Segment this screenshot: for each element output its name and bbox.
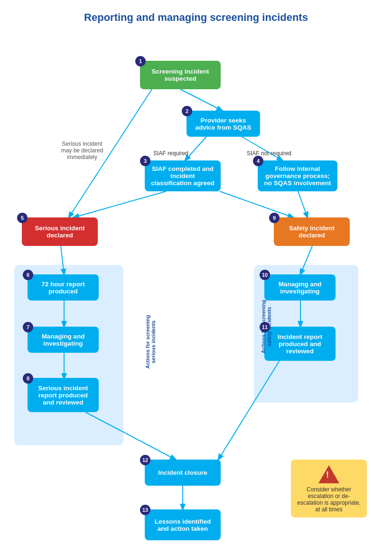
node-11: 11 Incident report produced and reviewed (264, 327, 336, 361)
node-9-number: 9 (269, 213, 280, 223)
node-13-label: Lessons identified and action taken (149, 518, 216, 532)
node-11-number: 11 (260, 322, 270, 332)
node-11-label: Incident report produced and reviewed (269, 333, 331, 355)
page-title: Reporting and managing screening inciden… (0, 0, 392, 32)
node-10-number: 10 (260, 270, 270, 280)
node-4: 4 Follow internal governance process; no… (258, 160, 337, 191)
node-13-number: 13 (140, 505, 150, 515)
node-8: 8 Serious incident report produced and r… (28, 378, 99, 412)
node-3-number: 3 (140, 156, 150, 166)
node-3: 3 SIAF completed and incident classifica… (145, 160, 221, 191)
svg-line-3 (74, 191, 166, 217)
label-siaf-not-required: SIAF not required (243, 150, 295, 157)
node-2-number: 2 (182, 106, 192, 116)
node-10: 10 Managing and investigating (264, 274, 336, 301)
node-1-number: 1 (135, 56, 146, 66)
node-5: 5 Serious incident declared (22, 217, 98, 246)
svg-line-4 (220, 191, 293, 217)
svg-line-2 (242, 137, 282, 160)
node-5-number: 5 (17, 213, 28, 223)
label-serious-immediately: Serious incident may be declared immedia… (56, 141, 108, 160)
node-13: 13 Lessons identified and action taken (145, 509, 221, 540)
node-7-number: 7 (23, 322, 33, 332)
warning-text: Consider whether escalation or de-escala… (297, 486, 360, 513)
node-5-label: Serious incident declared (27, 225, 93, 239)
node-7-label: Managing and investigating (32, 333, 94, 347)
label-actions-serious: Actions for screeningserious incidents (145, 311, 156, 373)
node-4-number: 4 (253, 156, 263, 166)
warning-triangle-icon (318, 465, 339, 483)
node-4-label: Follow internal governance process; no S… (262, 165, 333, 187)
node-9: 9 Safety incident declared (274, 217, 350, 246)
label-siaf-required: SIAF required (149, 150, 192, 157)
node-1-label: Screening incident suspected (145, 68, 216, 82)
node-9-label: Safety incident declared (279, 225, 345, 239)
node-2-label: Provider seeks advice from SQAS (191, 117, 255, 131)
node-10-label: Managing and investigating (269, 281, 331, 295)
node-2: 2 Provider seeks advice from SQAS (187, 111, 260, 137)
node-12-label: Incident closure (158, 469, 207, 476)
node-6-label: 72 hour report produced (32, 281, 94, 295)
node-7: 7 Managing and investigating (28, 327, 99, 353)
node-6: 6 72 hour report produced (28, 274, 99, 301)
node-6-number: 6 (23, 270, 33, 280)
warning-box: Consider whether escalation or de-escala… (291, 460, 367, 517)
svg-line-5 (298, 191, 308, 217)
node-12-number: 12 (140, 455, 150, 465)
node-12: 12 Incident closure (145, 460, 221, 486)
svg-line-1 (185, 137, 206, 160)
node-3-label: SIAF completed and incident classificati… (149, 165, 216, 187)
node-8-number: 8 (23, 373, 33, 384)
node-1: 1 Screening incident suspected (140, 61, 221, 89)
node-8-label: Serious incident report produced and rev… (32, 385, 94, 406)
diagram: 1 Screening incident suspected 2 Provide… (0, 32, 392, 555)
